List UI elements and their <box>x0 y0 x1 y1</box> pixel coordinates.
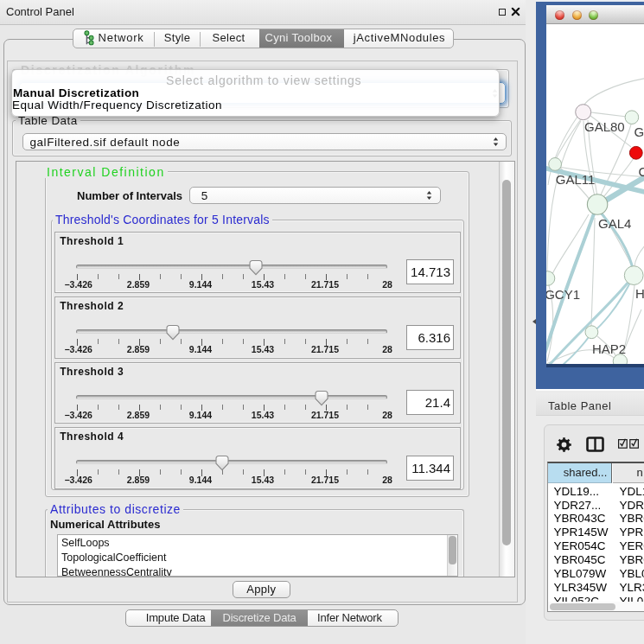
svg-text:C: C <box>639 164 644 179</box>
svg-text:GCY1: GCY1 <box>546 287 580 302</box>
svg-text:H: H <box>635 286 644 301</box>
svg-text:GA: GA <box>634 124 644 139</box>
svg-text:GAL80: GAL80 <box>584 119 625 134</box>
svg-text:GAL11: GAL11 <box>556 172 596 187</box>
svg-text:HAP2: HAP2 <box>592 341 626 356</box>
svg-text:GAL4: GAL4 <box>598 216 631 231</box>
